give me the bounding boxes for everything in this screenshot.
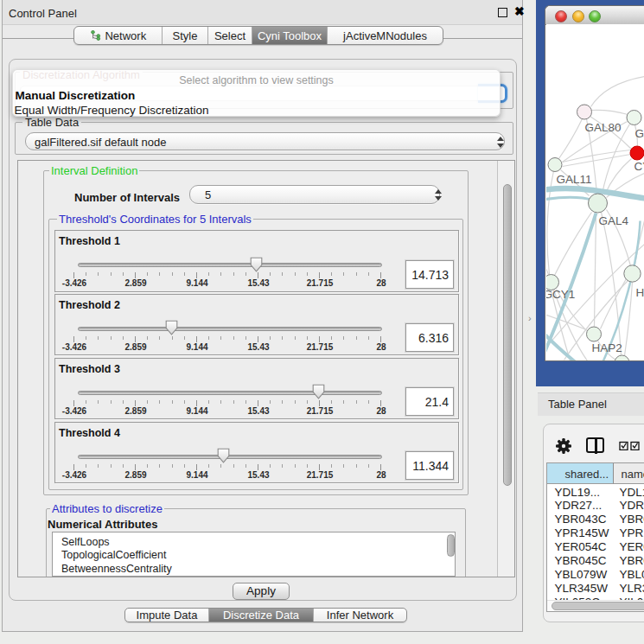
svg-text:HI: HI: [636, 286, 644, 299]
svg-text:GAL3: GAL3: [635, 127, 644, 140]
svg-text:HAP2: HAP2: [592, 341, 622, 354]
svg-text:GAL80: GAL80: [585, 121, 622, 134]
svg-text:GAL11: GAL11: [557, 173, 592, 186]
svg-text:CY: CY: [634, 160, 644, 173]
svg-text:GAL4: GAL4: [599, 214, 629, 227]
svg-text:GCY1: GCY1: [546, 288, 575, 301]
